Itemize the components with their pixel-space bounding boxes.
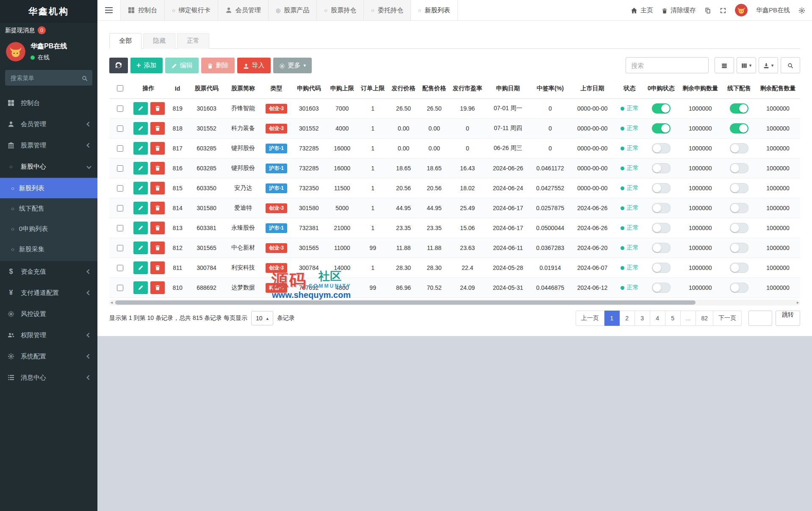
row-edit-button[interactable] [133, 261, 148, 274]
row-delete-button[interactable] [150, 242, 165, 254]
sidebar-toggle-button[interactable] [97, 0, 120, 20]
row-checkbox[interactable] [117, 285, 123, 291]
page-button[interactable]: 5 [665, 311, 681, 326]
sidebar-subitem[interactable]: ○新股列表 [0, 178, 97, 198]
filter-tab[interactable]: 正常 [177, 33, 209, 49]
sidebar-subitem[interactable]: ○线下配售 [0, 198, 97, 219]
sidebar-item[interactable]: 系统配置 [0, 346, 97, 367]
horizontal-scrollbar[interactable]: ◂ ▸ [109, 300, 800, 305]
row-edit-button[interactable] [133, 142, 148, 155]
navbar-username[interactable]: 华鑫PB在线 [756, 6, 790, 14]
row-edit-button[interactable] [133, 242, 148, 254]
offline-place-toggle[interactable] [730, 283, 748, 293]
zero-subscribe-toggle[interactable] [652, 243, 671, 253]
offline-place-toggle[interactable] [730, 103, 748, 114]
top-tab[interactable]: ○新股列表 [411, 0, 458, 20]
list-view-button[interactable] [715, 57, 734, 73]
top-tab[interactable]: ○股票持仓 [317, 0, 364, 20]
row-delete-button[interactable] [150, 202, 165, 214]
page-button[interactable]: 82 [696, 311, 713, 326]
import-button[interactable]: 导入 [237, 58, 271, 73]
zero-subscribe-toggle[interactable] [652, 203, 671, 213]
sidebar-subitem[interactable]: ○新股采集 [0, 239, 97, 259]
page-button[interactable]: ... [681, 311, 696, 326]
sidebar-item[interactable]: 风控设置 [0, 303, 97, 325]
top-tab[interactable]: 控制台 [120, 0, 165, 20]
jump-button[interactable]: 跳转 [776, 311, 800, 326]
row-checkbox[interactable] [117, 265, 123, 271]
row-checkbox[interactable] [117, 106, 123, 112]
jump-page-input[interactable] [748, 311, 772, 326]
row-edit-button[interactable] [133, 202, 148, 214]
row-checkbox[interactable] [117, 125, 123, 132]
menu-search-input[interactable] [5, 70, 92, 86]
sidebar-item[interactable]: ○新股中心 [0, 156, 97, 177]
more-button[interactable]: 更多▾ [273, 58, 312, 73]
row-delete-button[interactable] [150, 222, 165, 234]
offline-place-toggle[interactable] [730, 223, 748, 233]
sidebar-item[interactable]: ¥支付通道配置 [0, 282, 97, 303]
row-delete-button[interactable] [150, 281, 165, 294]
filter-tab[interactable]: 全部 [109, 33, 141, 49]
export-button[interactable]: ▾ [759, 57, 778, 73]
sidebar-item[interactable]: 权限管理 [0, 325, 97, 346]
offline-place-toggle[interactable] [730, 203, 748, 213]
delete-button[interactable]: 删除 [201, 58, 235, 73]
offline-place-toggle[interactable] [730, 163, 748, 173]
top-tab[interactable]: ○委托持仓 [364, 0, 411, 20]
zero-subscribe-toggle[interactable] [652, 283, 671, 293]
settings-button[interactable] [798, 6, 805, 14]
clear-cache-link[interactable]: 清除缓存 [662, 6, 696, 14]
add-button[interactable]: +添加 [130, 58, 163, 73]
row-checkbox[interactable] [117, 245, 123, 251]
filter-tab[interactable]: 隐藏 [143, 33, 175, 49]
next-page-button[interactable]: 下一页 [713, 311, 742, 326]
row-checkbox[interactable] [117, 165, 123, 172]
page-button[interactable]: 4 [650, 311, 665, 326]
scroll-right-icon[interactable]: ▸ [797, 300, 799, 305]
row-edit-button[interactable] [133, 182, 148, 194]
select-all-checkbox[interactable] [117, 85, 123, 92]
row-edit-button[interactable] [133, 102, 148, 115]
row-checkbox[interactable] [117, 205, 123, 211]
offline-place-toggle[interactable] [730, 123, 748, 133]
zero-subscribe-toggle[interactable] [652, 223, 671, 233]
home-link[interactable]: 主页 [631, 6, 653, 14]
offline-place-toggle[interactable] [730, 143, 748, 153]
zero-subscribe-toggle[interactable] [652, 263, 671, 273]
row-edit-button[interactable] [133, 281, 148, 294]
zero-subscribe-toggle[interactable] [652, 183, 671, 193]
row-checkbox[interactable] [117, 145, 123, 152]
sidebar-item[interactable]: 控制台 [0, 92, 97, 114]
row-checkbox[interactable] [117, 185, 123, 192]
zero-subscribe-toggle[interactable] [652, 103, 671, 114]
row-delete-button[interactable] [150, 261, 165, 274]
row-delete-button[interactable] [150, 142, 165, 155]
sidebar-item[interactable]: 股票管理 [0, 135, 97, 156]
tabs-list-button[interactable] [704, 6, 711, 14]
prev-page-button[interactable]: 上一页 [576, 311, 604, 326]
row-checkbox[interactable] [117, 225, 123, 231]
row-delete-button[interactable] [150, 102, 165, 115]
page-button[interactable]: 2 [620, 311, 635, 326]
top-tab[interactable]: 会员管理 [218, 0, 269, 20]
row-edit-button[interactable] [133, 222, 148, 234]
top-tab[interactable]: ○绑定银行卡 [165, 0, 218, 20]
avatar[interactable] [735, 4, 748, 17]
sidebar-item[interactable]: 会员管理 [0, 114, 97, 135]
zero-subscribe-toggle[interactable] [652, 163, 671, 173]
offline-place-toggle[interactable] [730, 183, 748, 193]
columns-button[interactable]: ▾ [737, 57, 756, 73]
row-edit-button[interactable] [133, 122, 148, 135]
zero-subscribe-toggle[interactable] [652, 123, 671, 133]
row-delete-button[interactable] [150, 122, 165, 135]
offline-place-toggle[interactable] [730, 263, 748, 273]
page-size-select[interactable]: 10▴ [251, 311, 273, 325]
sidebar-item[interactable]: 消息中心 [0, 367, 97, 388]
scrollbar-thumb[interactable] [115, 300, 696, 305]
zero-subscribe-toggle[interactable] [652, 143, 671, 153]
page-button[interactable]: 1 [604, 311, 620, 326]
withdraw-notice[interactable]: 新提现消息 0 [0, 23, 97, 39]
sidebar-subitem[interactable]: ○0申购列表 [0, 219, 97, 239]
table-search-input[interactable] [626, 57, 709, 73]
